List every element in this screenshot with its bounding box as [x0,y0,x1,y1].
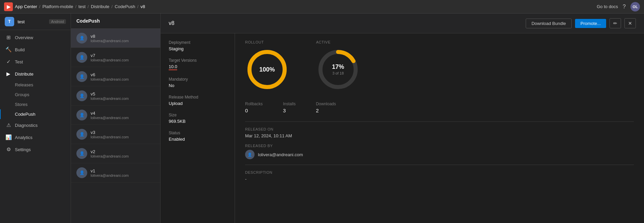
nav-right: Go to docs ? OL [597,2,640,11]
divider-2 [245,165,634,165]
active-label: ACTIVE [316,40,331,44]
status-value: Enabled [169,137,226,142]
deployment-field: Deployment Staging [169,40,226,51]
version-label-v7: v7 [91,53,129,58]
sidebar-item-diagnostics[interactable]: ⚠ Diagnostics [0,119,71,131]
release-method-value: Upload [169,101,226,106]
size-value: 969.5KB [169,119,226,124]
version-avatar-v5: 👤 [76,90,87,101]
charts-row: ROLLOUT 100% [245,40,634,91]
version-item-v3[interactable]: 👤 v3 lolivera@andreani.com [71,125,160,144]
version-item-v7[interactable]: 👤 v7 lolivera@andreani.com [71,48,160,67]
sidebar-sub-stores[interactable]: Stores [0,100,71,109]
version-email-v1: lolivera@andreani.com [91,173,129,177]
breadcrumb-distribute[interactable]: Distribute [91,4,110,9]
version-avatar-v6: 👤 [76,71,87,82]
version-item-v1[interactable]: 👤 v1 lolivera@andreani.com [71,163,160,183]
sidebar-analytics-label: Analytics [15,135,32,140]
released-on-row: Released On Mar 12, 2024, 10:11 AM [245,127,634,138]
sidebar-sub-releases[interactable]: Releases [0,80,71,90]
version-info-v5: v5 lolivera@andreani.com [91,91,129,101]
released-by-row-container: Released By 👤 lolivera@andreani.com [245,144,634,159]
sidebar-item-settings[interactable]: ⚙ Settings [0,143,71,156]
detail-actions: Download Bundle Promote... ✏ ✕ [526,18,636,28]
sep3: / [88,4,89,9]
top-nav: ▶ App Center / Platform-mobile / test / … [0,0,644,13]
breadcrumb-v8[interactable]: v8 [141,4,145,9]
sidebar-item-distribute[interactable]: ▶ Distribute [0,68,71,80]
sidebar: T test Android ⊞ Overview 🔨 Build ✓ Test… [0,13,71,223]
sidebar-item-test[interactable]: ✓ Test [0,56,71,68]
stores-label: Stores [15,102,28,107]
version-label-v2: v2 [91,149,129,154]
installs-value: 3 [283,108,295,113]
sidebar-app-header: T test Android [0,13,71,30]
version-info-v1: v1 lolivera@andreani.com [91,168,129,177]
version-avatar-v4: 👤 [76,110,87,120]
version-avatar-v1: 👤 [76,167,87,178]
version-avatar-v7: 👤 [76,52,87,63]
released-by-avatar: 👤 [245,150,255,159]
goto-docs-link[interactable]: Go to docs [597,4,618,9]
release-method-label: Release Method [169,95,226,100]
sidebar-item-analytics[interactable]: 📊 Analytics [0,131,71,143]
version-email-v2: lolivera@andreani.com [91,154,129,158]
sidebar-build-label: Build [15,47,25,52]
breadcrumb-codepush[interactable]: CodePush [115,4,135,9]
breadcrumb: ▶ App Center / Platform-mobile / test / … [4,2,145,11]
sidebar-sub-groups[interactable]: Groups [0,90,71,100]
sidebar-nav: ⊞ Overview 🔨 Build ✓ Test ▶ Distribute R… [0,30,71,157]
left-panel-title: CodePush [71,13,160,29]
version-item-v4[interactable]: 👤 v4 lolivera@andreani.com [71,106,160,125]
sep5: / [137,4,139,9]
sidebar-platform-badge: Android [49,19,66,24]
edit-icon-button[interactable]: ✏ [610,18,621,28]
help-icon[interactable]: ? [623,4,626,10]
detail-panel: v8 Download Bundle Promote... ✏ ✕ Deploy… [161,13,644,223]
sidebar-sub-codepush[interactable]: CodePush [0,109,71,119]
target-versions-field: Target Versions 10.0 [169,58,226,70]
promote-button[interactable]: Promote... [575,19,606,28]
deployment-label: Deployment [169,40,226,45]
size-label: Size [169,113,226,117]
rollout-label: ROLLOUT [245,40,264,44]
sidebar-item-overview[interactable]: ⊞ Overview [0,31,71,44]
sep4: / [112,4,113,9]
downloads-value: 2 [316,108,336,113]
breadcrumb-platform[interactable]: Platform-mobile [42,4,73,9]
version-item-v6[interactable]: 👤 v6 lolivera@andreani.com [71,67,160,86]
diagnostics-icon: ⚠ [5,122,11,128]
size-field: Size 969.5KB [169,113,226,124]
close-icon-button[interactable]: ✕ [624,18,636,28]
user-avatar[interactable]: OL [630,2,640,11]
version-email-v3: lolivera@andreani.com [91,135,129,139]
version-label-v8: v8 [91,34,129,39]
released-on-value: Mar 12, 2024, 10:11 AM [245,133,634,138]
version-email-v6: lolivera@andreani.com [91,77,129,81]
version-email-v7: lolivera@andreani.com [91,58,129,62]
sidebar-app-icon: T [5,17,14,26]
brand-label: App Center [15,4,37,9]
download-bundle-button[interactable]: Download Bundle [526,19,572,28]
version-item-v2[interactable]: 👤 v2 lolivera@andreani.com [71,144,160,163]
rollout-donut: 100% [245,48,289,91]
sidebar-settings-label: Settings [15,147,31,152]
codepush-label: CodePush [15,112,35,117]
downloads-stat: Downloads 2 [316,102,336,113]
sep2: / [75,4,76,9]
detail-body: Deployment Staging Target Versions 10.0 … [161,33,644,223]
sidebar-item-build[interactable]: 🔨 Build [0,44,71,56]
releases-label: Releases [15,82,33,87]
version-list: 👤 v8 lolivera@andreani.com 👤 v7 lolivera… [71,29,160,223]
active-pct: 17% [332,63,344,71]
breadcrumb-test[interactable]: test [78,4,86,9]
released-on-label: Released On [245,127,634,131]
version-item-v5[interactable]: 👤 v5 lolivera@andreani.com [71,86,160,106]
version-label-v6: v6 [91,72,129,77]
status-field: Status Enabled [169,131,226,142]
sidebar-distribute-label: Distribute [15,72,33,77]
version-avatar-v8: 👤 [76,33,87,44]
version-item-v8[interactable]: 👤 v8 lolivera@andreani.com [71,29,160,48]
version-avatar-v3: 👤 [76,129,87,140]
mandatory-field: Mandatory No [169,77,226,88]
